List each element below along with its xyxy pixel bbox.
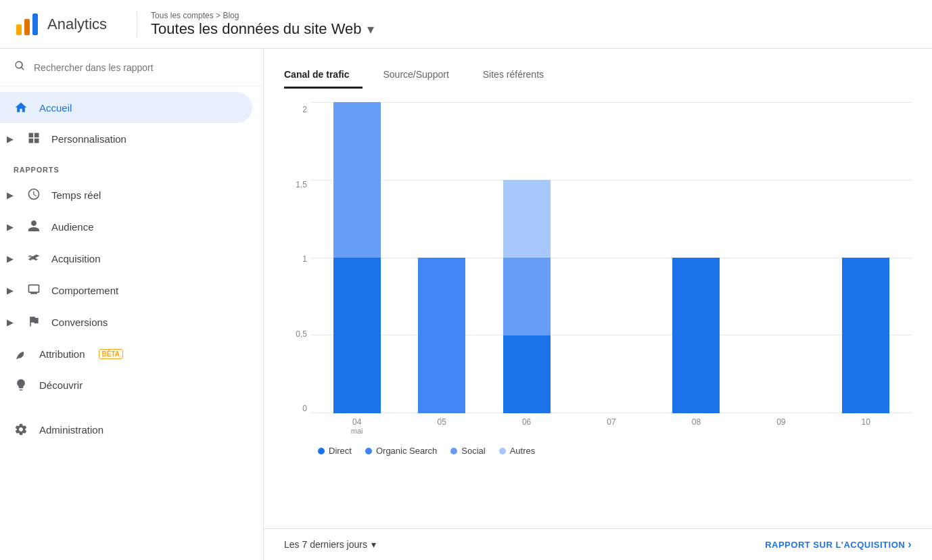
tab-source[interactable]: Source/Support — [383, 62, 462, 89]
report-link-arrow: › — [908, 538, 912, 551]
y-label-1-5: 1,5 — [296, 180, 307, 189]
legend-dot-direct — [318, 448, 325, 454]
chart-area: 2 1,5 1 0,5 0 — [284, 102, 912, 413]
bar-05 — [402, 102, 480, 413]
chevron-right-icon: ▶ — [7, 134, 14, 144]
conversions-label: Conversions — [51, 317, 108, 328]
sidebar: Accueil ▶ Personnalisation RAPPORTS ▶ Te… — [0, 49, 264, 560]
content-tabs: Canal de trafic Source/Support Sites réf… — [284, 62, 912, 89]
main-layout: Accueil ▶ Personnalisation RAPPORTS ▶ Te… — [0, 49, 932, 560]
x-label-05-main: 05 — [402, 417, 480, 427]
acquisition-label: Acquisition — [51, 253, 101, 264]
sidebar-item-personnalisation[interactable]: ▶ Personnalisation — [0, 123, 252, 155]
y-axis: 2 1,5 1 0,5 0 — [284, 102, 311, 413]
bar-segment-autres-06 — [503, 180, 551, 258]
chart-legend: Direct Organic Search Social Autres — [284, 446, 912, 456]
x-labels: 04 mai 05 06 07 08 — [284, 413, 912, 435]
sidebar-item-attribution[interactable]: Attribution BÊTA — [0, 338, 252, 369]
bar-segment-direct-10 — [842, 258, 889, 413]
chevron-right-icon-1: ▶ — [7, 190, 14, 200]
rapports-section-label: RAPPORTS — [0, 155, 263, 179]
sidebar-item-decouvrir[interactable]: Découvrir — [0, 369, 252, 400]
sidebar-item-acquisition[interactable]: ▶ Acquisition — [0, 243, 252, 275]
sidebar-item-administration[interactable]: Administration — [0, 414, 252, 445]
bar-segment-direct-06 — [503, 335, 551, 413]
audience-label: Audience — [51, 221, 94, 233]
svg-rect-0 — [16, 24, 22, 35]
x-label-08: 08 — [657, 417, 735, 435]
bar-stack-05 — [418, 258, 465, 413]
x-label-09-main: 09 — [742, 417, 820, 427]
legend-label-autres: Autres — [510, 446, 536, 456]
temps-reel-label: Temps réel — [51, 189, 101, 201]
page-title: Toutes les données du site Web — [151, 20, 361, 38]
x-label-04-sub: mai — [318, 427, 396, 435]
period-label: Les 7 derniers jours — [284, 539, 367, 550]
bar-09 — [742, 102, 820, 413]
bar-segment-direct-04 — [333, 258, 381, 413]
sidebar-item-comportement[interactable]: ▶ Comportement — [0, 275, 252, 306]
attribution-icon — [14, 346, 28, 361]
decouvrir-label: Découvrir — [39, 379, 83, 391]
x-label-04: 04 mai — [318, 417, 396, 435]
content-area: Canal de trafic Source/Support Sites réf… — [264, 49, 932, 560]
legend-label-social: Social — [461, 446, 485, 456]
sidebar-search — [0, 49, 263, 87]
sidebar-item-accueil-label: Accueil — [39, 102, 72, 114]
content-inner: Canal de trafic Source/Support Sites réf… — [264, 49, 932, 528]
bars-row — [311, 102, 912, 413]
legend-label-direct: Direct — [329, 446, 352, 456]
x-label-09: 09 — [742, 417, 820, 435]
x-label-10-main: 10 — [827, 417, 905, 427]
bar-04 — [318, 102, 396, 413]
person-icon — [27, 219, 41, 235]
x-label-04-main: 04 — [318, 417, 396, 427]
y-label-2: 2 — [302, 105, 307, 114]
bar-stack-08 — [672, 258, 720, 413]
logo-icon — [14, 11, 41, 38]
sidebar-item-accueil[interactable]: Accueil — [0, 92, 252, 123]
monitor-icon — [27, 283, 41, 298]
sidebar-item-conversions[interactable]: ▶ Conversions — [0, 306, 252, 338]
flag-icon — [27, 314, 41, 330]
search-input[interactable] — [34, 62, 250, 73]
tab-canal[interactable]: Canal de trafic — [284, 62, 363, 89]
x-label-07: 07 — [572, 417, 650, 435]
svg-rect-2 — [32, 14, 38, 35]
comportement-label: Comportement — [51, 285, 118, 296]
app-name: Analytics — [47, 16, 107, 33]
header-nav: Tous les comptes > Blog Toutes les donné… — [151, 11, 373, 38]
sidebar-nav: Accueil ▶ Personnalisation RAPPORTS ▶ Te… — [0, 87, 263, 450]
bar-stack-04 — [333, 102, 381, 413]
x-label-08-main: 08 — [657, 417, 735, 427]
sidebar-item-temps-reel[interactable]: ▶ Temps réel — [0, 179, 252, 211]
legend-autres: Autres — [499, 446, 536, 456]
x-label-05: 05 — [402, 417, 480, 435]
bulb-icon — [14, 377, 28, 392]
y-label-0-5: 0,5 — [296, 329, 307, 339]
bar-segment-social-06 — [503, 258, 551, 335]
bar-08 — [657, 102, 735, 413]
clock-icon — [27, 187, 41, 203]
svg-rect-1 — [24, 19, 30, 35]
period-dropdown-icon: ▾ — [371, 539, 376, 550]
legend-organic: Organic Search — [365, 446, 437, 456]
bar-stack-06 — [503, 180, 551, 413]
period-selector[interactable]: Les 7 derniers jours ▾ — [284, 539, 376, 550]
logo: Analytics — [14, 11, 107, 38]
x-label-07-main: 07 — [572, 417, 650, 427]
legend-dot-organic — [365, 448, 372, 454]
acquisition-icon — [27, 251, 41, 266]
content-footer: Les 7 derniers jours ▾ RAPPORT SUR L'ACQ… — [264, 528, 932, 560]
legend-direct: Direct — [318, 446, 352, 456]
report-link[interactable]: RAPPORT SUR L'ACQUISITION › — [765, 538, 912, 551]
bar-segment-direct-08 — [672, 258, 720, 413]
y-label-1: 1 — [302, 254, 307, 264]
chevron-right-icon-2: ▶ — [7, 222, 14, 232]
sidebar-item-audience[interactable]: ▶ Audience — [0, 211, 252, 243]
dropdown-icon[interactable]: ▾ — [367, 21, 374, 37]
bar-segment-organic-05 — [418, 258, 465, 413]
tab-sites[interactable]: Sites référents — [483, 62, 557, 89]
legend-social: Social — [450, 446, 485, 456]
bar-stack-10 — [842, 258, 889, 413]
